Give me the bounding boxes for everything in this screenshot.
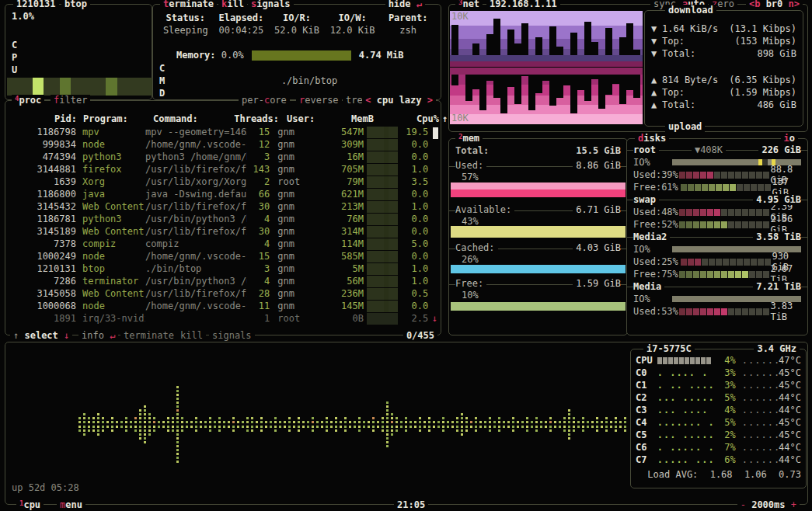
process-row[interactable]: 1186800javajava -Dswing.defaul66gnm621M0… <box>9 188 437 200</box>
disk-usage-meter <box>679 221 770 228</box>
process-row[interactable]: 1000249node/home/gnm/.vscode-s15gnm585M0… <box>9 250 437 262</box>
process-cpu-strip <box>367 164 398 176</box>
header-cpu[interactable]: Cpu% <box>396 113 439 124</box>
terminate-button[interactable]: terminate <box>160 0 217 9</box>
kill-button[interactable]: kill <box>218 0 247 9</box>
process-row[interactable]: 1891irq/33-nvidia1root0B2.5↓ <box>9 312 437 325</box>
process-cpu-strip <box>367 189 398 200</box>
signals-footer-button[interactable]: signals <box>209 330 255 341</box>
meter-block <box>714 308 720 315</box>
process-row[interactable]: 3145189Web Content/usr/lib/firefox/fi30g… <box>9 225 437 238</box>
process-row[interactable]: 1210131btop./bin/btop3gnm5M1.0 <box>9 262 437 275</box>
hide-button[interactable]: hide ↵ <box>385 0 425 9</box>
graph-dot <box>465 421 468 423</box>
graph-dot <box>195 426 197 428</box>
graph-dot <box>470 426 472 428</box>
process-mem: 213M <box>321 200 364 213</box>
signals-button[interactable]: signals <box>248 0 294 9</box>
graph-dot <box>125 429 127 432</box>
process-row[interactable]: 3145432Web Content/usr/lib/firefox/fi30g… <box>9 200 437 213</box>
upload-scale-label: 10K <box>451 113 469 123</box>
process-user: gnm <box>277 262 320 275</box>
process-row[interactable]: 999834node/home/gnm/.vscode-s12gnm309M0.… <box>9 138 437 151</box>
graph-dot <box>97 433 99 436</box>
process-row[interactable]: 3145058Web Content/usr/lib/firefox/fi28g… <box>9 287 437 300</box>
graph-dot <box>167 429 169 432</box>
meter-block <box>758 259 764 266</box>
process-row[interactable]: 1000068node/home/gnm/.vscode-s11gnm145M0… <box>9 300 437 312</box>
graph-dot <box>190 426 193 428</box>
kill-footer-button[interactable]: kill <box>177 330 206 341</box>
process-row[interactable]: 1639Xorg/usr/lib/xorg/Xorg2root79M3.5 <box>9 176 437 188</box>
menu-button[interactable]: menu <box>57 499 85 510</box>
core-name: C0 <box>636 367 657 379</box>
process-threads: 143 <box>247 163 270 176</box>
meter-block <box>686 271 692 278</box>
interval-plus-button[interactable]: + <box>791 499 796 510</box>
graph-dot <box>428 429 430 432</box>
net-graph-gap <box>556 75 563 98</box>
graph-dot <box>214 426 216 428</box>
graph-dot <box>354 426 356 428</box>
cpu-mini-graph-segment <box>7 78 33 96</box>
graph-dot <box>125 426 127 428</box>
select-control[interactable]: ↑ select ↓ <box>10 330 72 341</box>
header-user[interactable]: User: <box>287 113 315 124</box>
graph-dot <box>363 426 365 428</box>
graph-dot <box>461 421 463 423</box>
process-row[interactable]: 7286terminator/usr/bin/python3 /u4gnm56M… <box>9 275 437 287</box>
net-interface-selector[interactable]: <b br0 n> <box>746 0 803 9</box>
graph-dot <box>400 426 403 428</box>
graph-dot <box>176 421 179 423</box>
terminate-footer-button[interactable]: terminate <box>120 330 177 341</box>
net-address: 192.168.1.11 <box>486 0 560 9</box>
net-graph-gap <box>535 37 542 55</box>
process-program: node <box>82 250 145 262</box>
graph-dot <box>568 417 570 419</box>
info-button[interactable]: info ↵ <box>78 330 118 341</box>
sort-column-selector[interactable]: < cpu lazy > <box>362 95 436 106</box>
process-row[interactable]: 3144881firefox/usr/lib/firefox/fi143gnm7… <box>9 163 437 176</box>
disk-usage-percent: 61% <box>661 182 681 193</box>
meter-block <box>721 271 727 278</box>
header-threads[interactable]: Threads: <box>223 113 279 124</box>
disk-io-label: IO% <box>633 244 669 255</box>
process-program: node <box>82 300 145 312</box>
disk-usage-percent: 25% <box>661 256 681 267</box>
net-graph-gap <box>500 75 507 113</box>
per-core-button[interactable]: per-core <box>239 95 290 106</box>
graph-dot <box>563 426 566 428</box>
graph-dot <box>144 413 146 415</box>
process-row[interactable]: 7378compizcompiz4gnm114M5.0 <box>9 238 437 250</box>
header-command[interactable]: Command: <box>153 113 198 124</box>
process-threads: 11 <box>247 300 270 312</box>
graph-dot <box>260 426 263 428</box>
mem-free-bar <box>451 302 626 311</box>
graph-dot <box>102 421 104 423</box>
graph-dot <box>442 429 444 432</box>
graph-dot <box>158 421 160 423</box>
header-pid[interactable]: Pid: <box>9 113 77 124</box>
filter-button[interactable]: filter <box>51 95 90 106</box>
process-row[interactable]: 1186798mpvmpv --geometry=146215gnm547M19… <box>9 126 437 138</box>
header-mem[interactable]: MemB <box>330 113 374 124</box>
process-mem: 79M <box>321 176 364 188</box>
meter-block <box>728 308 734 315</box>
update-interval-control[interactable]: - 2000ms + <box>737 499 800 510</box>
disk-section-header: Media7.21 TiB <box>627 280 807 293</box>
graph-dot <box>489 426 491 428</box>
disk-usage-label: Used: <box>633 306 661 317</box>
graph-dot <box>475 426 477 428</box>
io-mode-button[interactable]: io <box>781 133 798 144</box>
cpu-box-tab[interactable]: 1cpu <box>16 499 44 510</box>
process-row[interactable]: 1186781python3/usr/bin/python3 /h4gnm76M… <box>9 213 437 225</box>
process-user: gnm <box>277 200 320 213</box>
net-graph-gap <box>486 34 493 55</box>
reverse-button[interactable]: reverse <box>296 95 342 106</box>
graph-dot <box>134 417 137 419</box>
graph-dot <box>396 421 398 423</box>
scrollbar-thumb[interactable] <box>433 127 438 139</box>
interval-minus-button[interactable]: - <box>741 499 746 510</box>
header-program[interactable]: Program: <box>83 113 128 124</box>
process-row[interactable]: 474394python3python3 /home/gnm/b3gnm16M0… <box>9 151 437 163</box>
